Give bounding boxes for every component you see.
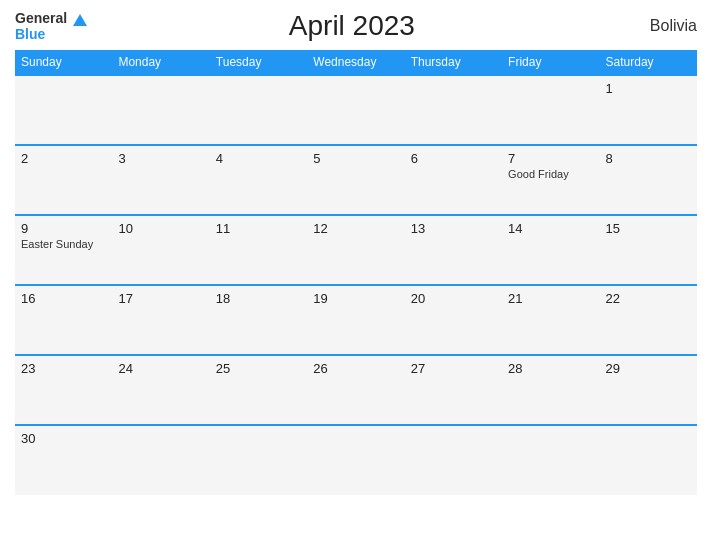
holiday-label: Easter Sunday (21, 238, 106, 250)
country-label: Bolivia (617, 17, 697, 35)
calendar-cell: 14 (502, 215, 599, 285)
calendar-cell: 15 (600, 215, 697, 285)
calendar-cell: 26 (307, 355, 404, 425)
logo-top: General (15, 10, 87, 26)
day-number: 30 (21, 431, 106, 446)
header-saturday: Saturday (600, 50, 697, 75)
calendar-cell (210, 425, 307, 495)
calendar-cell: 21 (502, 285, 599, 355)
header-friday: Friday (502, 50, 599, 75)
calendar-cell (112, 75, 209, 145)
day-number: 3 (118, 151, 203, 166)
day-number: 2 (21, 151, 106, 166)
calendar-cell: 13 (405, 215, 502, 285)
calendar-cell: 1 (600, 75, 697, 145)
day-number: 13 (411, 221, 496, 236)
calendar-body: 1234567Good Friday89Easter Sunday1011121… (15, 75, 697, 495)
calendar-week-row: 30 (15, 425, 697, 495)
day-number: 21 (508, 291, 593, 306)
calendar-cell: 25 (210, 355, 307, 425)
calendar-cell: 27 (405, 355, 502, 425)
day-number: 17 (118, 291, 203, 306)
calendar-cell (405, 425, 502, 495)
header-wednesday: Wednesday (307, 50, 404, 75)
header-thursday: Thursday (405, 50, 502, 75)
calendar-week-row: 1 (15, 75, 697, 145)
day-number: 10 (118, 221, 203, 236)
holiday-label: Good Friday (508, 168, 593, 180)
calendar-cell (307, 75, 404, 145)
page: General Blue April 2023 Bolivia Sunday M… (0, 0, 712, 550)
calendar-cell (112, 425, 209, 495)
day-number: 27 (411, 361, 496, 376)
day-number: 14 (508, 221, 593, 236)
calendar-cell: 18 (210, 285, 307, 355)
calendar-cell: 30 (15, 425, 112, 495)
calendar-week-row: 9Easter Sunday101112131415 (15, 215, 697, 285)
day-number: 19 (313, 291, 398, 306)
logo-bottom: Blue (15, 26, 87, 42)
calendar-cell: 2 (15, 145, 112, 215)
calendar-cell (502, 425, 599, 495)
day-number: 24 (118, 361, 203, 376)
logo-blue-text: Blue (15, 26, 45, 42)
day-number: 20 (411, 291, 496, 306)
header-sunday: Sunday (15, 50, 112, 75)
day-number: 8 (606, 151, 691, 166)
calendar-header: Sunday Monday Tuesday Wednesday Thursday… (15, 50, 697, 75)
day-number: 18 (216, 291, 301, 306)
calendar-cell: 3 (112, 145, 209, 215)
calendar-title: April 2023 (87, 10, 617, 42)
calendar-cell: 29 (600, 355, 697, 425)
calendar-cell: 11 (210, 215, 307, 285)
calendar-cell: 19 (307, 285, 404, 355)
day-number: 25 (216, 361, 301, 376)
calendar-cell (307, 425, 404, 495)
day-number: 6 (411, 151, 496, 166)
header: General Blue April 2023 Bolivia (15, 10, 697, 42)
calendar-cell: 12 (307, 215, 404, 285)
day-number: 28 (508, 361, 593, 376)
calendar-cell (405, 75, 502, 145)
calendar-week-row: 234567Good Friday8 (15, 145, 697, 215)
day-number: 4 (216, 151, 301, 166)
logo-general-text: General (15, 10, 67, 26)
calendar-cell: 4 (210, 145, 307, 215)
calendar-cell: 10 (112, 215, 209, 285)
calendar-cell: 6 (405, 145, 502, 215)
calendar-cell (15, 75, 112, 145)
header-monday: Monday (112, 50, 209, 75)
calendar-table: Sunday Monday Tuesday Wednesday Thursday… (15, 50, 697, 495)
calendar-cell: 28 (502, 355, 599, 425)
calendar-cell: 24 (112, 355, 209, 425)
calendar-cell: 17 (112, 285, 209, 355)
calendar-cell (600, 425, 697, 495)
calendar-cell (210, 75, 307, 145)
calendar-cell: 16 (15, 285, 112, 355)
calendar-cell: 5 (307, 145, 404, 215)
day-number: 15 (606, 221, 691, 236)
calendar-cell: 23 (15, 355, 112, 425)
day-number: 16 (21, 291, 106, 306)
calendar-cell: 20 (405, 285, 502, 355)
day-number: 26 (313, 361, 398, 376)
day-number: 12 (313, 221, 398, 236)
calendar-week-row: 16171819202122 (15, 285, 697, 355)
day-number: 5 (313, 151, 398, 166)
logo-triangle-icon (73, 14, 87, 26)
calendar-cell (502, 75, 599, 145)
calendar-cell: 9Easter Sunday (15, 215, 112, 285)
day-number: 22 (606, 291, 691, 306)
day-number: 1 (606, 81, 691, 96)
weekday-header-row: Sunday Monday Tuesday Wednesday Thursday… (15, 50, 697, 75)
calendar-cell: 22 (600, 285, 697, 355)
day-number: 23 (21, 361, 106, 376)
day-number: 9 (21, 221, 106, 236)
header-tuesday: Tuesday (210, 50, 307, 75)
calendar-cell: 8 (600, 145, 697, 215)
day-number: 11 (216, 221, 301, 236)
logo: General Blue (15, 10, 87, 42)
calendar-cell: 7Good Friday (502, 145, 599, 215)
day-number: 29 (606, 361, 691, 376)
calendar-week-row: 23242526272829 (15, 355, 697, 425)
